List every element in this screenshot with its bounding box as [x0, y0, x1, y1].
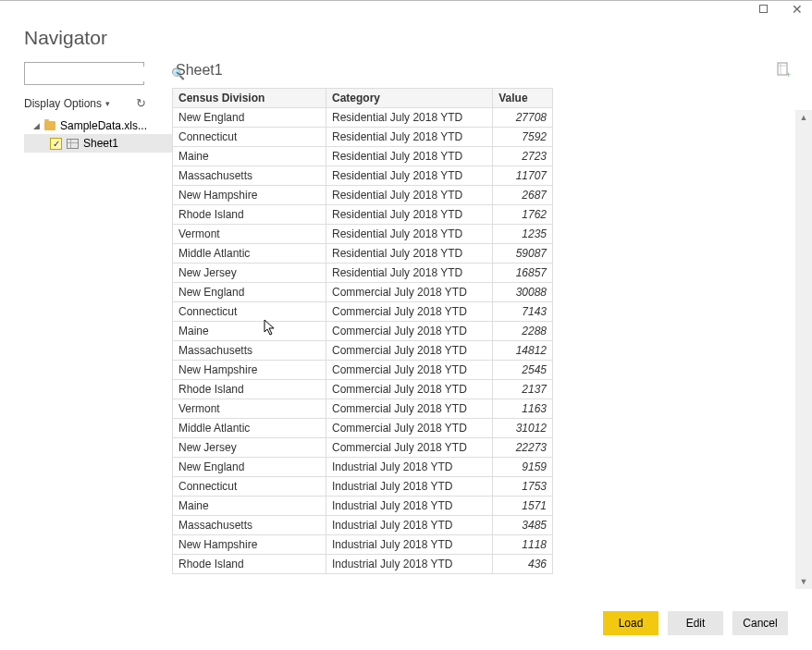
- cell-category: Industrial July 2018 YTD: [326, 555, 493, 574]
- table-row[interactable]: New EnglandResidential July 2018 YTD2770…: [173, 108, 553, 128]
- col-header-division[interactable]: Census Division: [173, 89, 326, 108]
- tree-file-node[interactable]: ◢ SampleData.xls...: [24, 117, 172, 134]
- preview-table: Census Division Category Value New Engla…: [172, 88, 553, 574]
- cell-division: New England: [173, 458, 326, 477]
- cancel-button[interactable]: Cancel: [732, 611, 788, 635]
- scroll-track[interactable]: [658, 125, 812, 574]
- table-row[interactable]: Rhode IslandIndustrial July 2018 YTD436: [173, 555, 553, 574]
- table-row[interactable]: ConnecticutResidential July 2018 YTD7592: [173, 128, 553, 147]
- table-row[interactable]: VermontResidential July 2018 YTD1235: [173, 225, 553, 244]
- table-header-row: Census Division Category Value: [173, 89, 553, 108]
- col-header-value[interactable]: Value: [493, 89, 553, 108]
- table-row[interactable]: MaineResidential July 2018 YTD2723: [173, 147, 553, 166]
- table-row[interactable]: Middle AtlanticResidential July 2018 YTD…: [173, 244, 553, 264]
- nav-panel: 🔍 Display Options ▾ ↻ ◢ SampleData.xls..…: [24, 62, 172, 607]
- cell-division: Middle Atlantic: [173, 419, 326, 438]
- table-row[interactable]: Middle AtlanticCommercial July 2018 YTD3…: [173, 419, 553, 438]
- table-row[interactable]: MaineIndustrial July 2018 YTD1571: [173, 497, 553, 516]
- cell-value: 59087: [493, 244, 553, 264]
- sheet-label: Sheet1: [83, 137, 118, 150]
- cell-division: Maine: [173, 497, 326, 516]
- cell-value: 27708: [493, 108, 553, 128]
- scroll-up-icon[interactable]: ▲: [800, 110, 808, 125]
- table-row[interactable]: Rhode IslandCommercial July 2018 YTD2137: [173, 380, 553, 399]
- cell-division: Vermont: [173, 225, 326, 244]
- cell-category: Commercial July 2018 YTD: [326, 438, 493, 458]
- vertical-scrollbar[interactable]: ▲ ▼: [795, 110, 812, 589]
- cell-value: 11707: [493, 166, 553, 186]
- load-button[interactable]: Load: [603, 611, 658, 635]
- cell-value: 2288: [493, 322, 553, 341]
- cell-category: Residential July 2018 YTD: [326, 244, 493, 264]
- cell-category: Industrial July 2018 YTD: [326, 497, 493, 516]
- cell-division: New England: [173, 108, 326, 128]
- cell-value: 30088: [493, 283, 553, 302]
- table-row[interactable]: ConnecticutCommercial July 2018 YTD7143: [173, 302, 553, 322]
- sheet-checkbox[interactable]: ✓: [50, 138, 62, 150]
- table-row[interactable]: New JerseyResidential July 2018 YTD16857: [173, 264, 553, 283]
- cell-division: Vermont: [173, 399, 326, 419]
- table-row[interactable]: VermontCommercial July 2018 YTD1163: [173, 399, 553, 419]
- add-column-icon[interactable]: +: [777, 62, 792, 81]
- cell-category: Commercial July 2018 YTD: [326, 302, 493, 322]
- svg-text:+: +: [786, 70, 791, 79]
- cell-category: Residential July 2018 YTD: [326, 166, 493, 186]
- scroll-down-icon[interactable]: ▼: [800, 574, 808, 589]
- cell-value: 22273: [493, 438, 553, 458]
- table-row[interactable]: MassachusettsResidential July 2018 YTD11…: [173, 166, 553, 186]
- folder-icon: [44, 121, 55, 130]
- edit-button[interactable]: Edit: [668, 611, 723, 635]
- cell-category: Residential July 2018 YTD: [326, 147, 493, 166]
- cell-division: Massachusetts: [173, 166, 326, 186]
- cell-category: Residential July 2018 YTD: [326, 186, 493, 205]
- cell-category: Industrial July 2018 YTD: [326, 477, 493, 497]
- cell-category: Commercial July 2018 YTD: [326, 283, 493, 302]
- table-row[interactable]: New HampshireIndustrial July 2018 YTD111…: [173, 535, 553, 555]
- cell-category: Residential July 2018 YTD: [326, 264, 493, 283]
- preview-panel: Sheet1 Census Division Category Value Ne…: [172, 62, 792, 607]
- tree-sheet-node[interactable]: ✓ Sheet1: [24, 134, 172, 153]
- cell-value: 14812: [493, 341, 553, 361]
- cell-category: Residential July 2018 YTD: [326, 128, 493, 147]
- dialog-title: Navigator: [0, 18, 812, 62]
- table-row[interactable]: ConnecticutIndustrial July 2018 YTD1753: [173, 477, 553, 497]
- maximize-icon[interactable]: [759, 3, 768, 16]
- cell-division: Connecticut: [173, 302, 326, 322]
- cell-division: Rhode Island: [173, 380, 326, 399]
- cell-division: Rhode Island: [173, 555, 326, 574]
- cell-category: Commercial July 2018 YTD: [326, 322, 493, 341]
- close-icon[interactable]: ✕: [792, 2, 803, 17]
- cell-division: Massachusetts: [173, 341, 326, 361]
- table-row[interactable]: New HampshireCommercial July 2018 YTD254…: [173, 361, 553, 380]
- cell-value: 1118: [493, 535, 553, 555]
- table-row[interactable]: New EnglandIndustrial July 2018 YTD9159: [173, 458, 553, 477]
- cell-division: Rhode Island: [173, 205, 326, 225]
- cell-division: New Jersey: [173, 264, 326, 283]
- table-row[interactable]: MaineCommercial July 2018 YTD2288: [173, 322, 553, 341]
- search-input[interactable]: [29, 67, 171, 81]
- cell-division: Connecticut: [173, 477, 326, 497]
- collapse-icon[interactable]: ◢: [33, 121, 40, 130]
- cell-value: 16857: [493, 264, 553, 283]
- display-options-dropdown[interactable]: Display Options ▾: [24, 97, 110, 110]
- table-row[interactable]: MassachusettsIndustrial July 2018 YTD348…: [173, 516, 553, 535]
- cell-division: Connecticut: [173, 128, 326, 147]
- cell-value: 1235: [493, 225, 553, 244]
- search-box[interactable]: 🔍: [24, 62, 144, 85]
- cell-division: New Hampshire: [173, 361, 326, 380]
- cell-value: 1762: [493, 205, 553, 225]
- cell-value: 9159: [493, 458, 553, 477]
- chevron-down-icon: ▾: [105, 99, 110, 108]
- file-label: SampleData.xls...: [60, 119, 147, 132]
- table-row[interactable]: MassachusettsCommercial July 2018 YTD148…: [173, 341, 553, 361]
- col-header-category[interactable]: Category: [326, 89, 493, 108]
- cell-value: 7143: [493, 302, 553, 322]
- table-row[interactable]: Rhode IslandResidential July 2018 YTD176…: [173, 205, 553, 225]
- table-row[interactable]: New JerseyCommercial July 2018 YTD22273: [173, 438, 553, 458]
- cell-category: Commercial July 2018 YTD: [326, 380, 493, 399]
- cell-value: 3485: [493, 516, 553, 535]
- table-row[interactable]: New HampshireResidential July 2018 YTD26…: [173, 186, 553, 205]
- table-row[interactable]: New EnglandCommercial July 2018 YTD30088: [173, 283, 553, 302]
- display-options-label: Display Options: [24, 97, 102, 110]
- refresh-icon[interactable]: ↻: [136, 96, 146, 110]
